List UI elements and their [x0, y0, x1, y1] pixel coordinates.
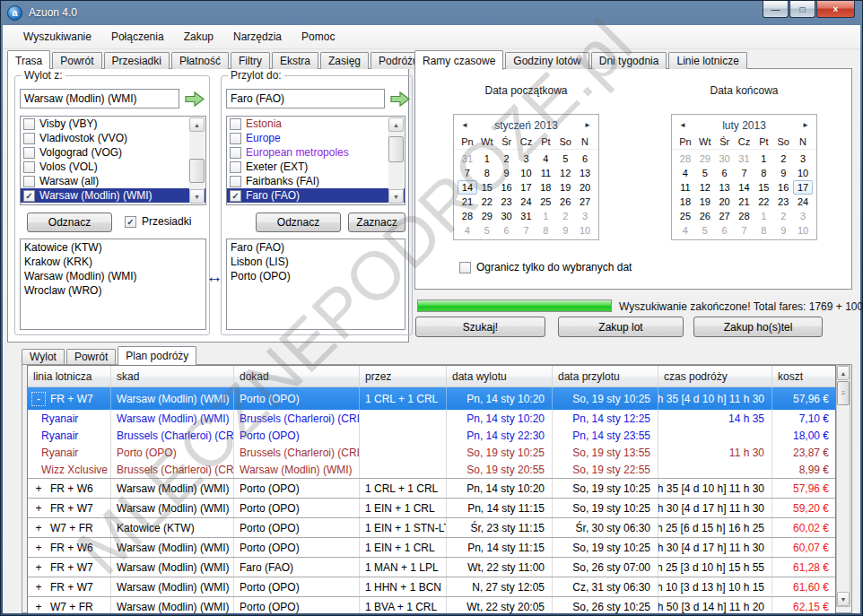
- flight-row[interactable]: +FR + W7Warsaw (Modlin) (WMI)Faro (FAO)1…: [28, 557, 835, 577]
- flight-row[interactable]: +FR + W7Warsaw (Modlin) (WMI)Porto (OPO)…: [28, 498, 835, 517]
- calendar-day[interactable]: 1: [754, 152, 773, 166]
- flight-row[interactable]: RyanairBrussels (Charleroi) (CRL)Porto (…: [28, 427, 835, 444]
- calendar-day[interactable]: 15: [477, 180, 497, 195]
- calendar-day[interactable]: 8: [754, 166, 773, 180]
- calendar-day[interactable]: 3: [793, 152, 813, 166]
- column-header-czas-podróży[interactable]: czas podróży: [658, 366, 772, 386]
- calendar-day[interactable]: 7: [517, 223, 536, 238]
- checkbox-icon[interactable]: ✓: [230, 190, 241, 202]
- calendar-day[interactable]: 2: [555, 209, 575, 223]
- calendar-day[interactable]: 1: [536, 209, 555, 223]
- calendar-day[interactable]: 26: [695, 209, 715, 223]
- tab-płatność[interactable]: Płatność: [171, 52, 229, 69]
- calendar-day[interactable]: 26: [555, 195, 575, 209]
- buy-flight-button[interactable]: Zakup lot: [558, 317, 684, 337]
- calendar-day[interactable]: 6: [715, 166, 735, 180]
- start-date-calendar[interactable]: ◄ styczeń 2013 ► PnWtŚrCzPtSoN 311234567…: [453, 114, 599, 240]
- destination-list-item[interactable]: ✓Faro (FAO): [227, 188, 405, 203]
- calendar-day[interactable]: 28: [676, 152, 695, 166]
- scroll-down-icon[interactable]: ▼: [189, 189, 205, 204]
- calendar-day[interactable]: 5: [477, 223, 497, 238]
- calendar-day[interactable]: 6: [575, 152, 595, 166]
- destination-list-item[interactable]: Estonia: [227, 117, 405, 131]
- row-expander-icon[interactable]: +: [31, 542, 46, 554]
- origin-list-item[interactable]: Volgograd (VOG): [21, 145, 205, 160]
- calendar-day[interactable]: 10: [575, 223, 595, 238]
- calendar-day[interactable]: 14: [458, 180, 477, 195]
- row-expander-icon[interactable]: +: [31, 522, 46, 534]
- destination-list-item[interactable]: European metropoles: [227, 145, 405, 160]
- destination-list-scrollbar[interactable]: ▲ ▼: [388, 117, 404, 204]
- calendar-day[interactable]: 20: [715, 195, 735, 209]
- calendar-day[interactable]: 13: [575, 166, 595, 180]
- calendar-day[interactable]: 9: [497, 166, 517, 180]
- row-expander-icon[interactable]: -: [31, 392, 46, 406]
- calendar-day[interactable]: 19: [695, 195, 715, 209]
- column-header-koszt[interactable]: koszt: [772, 366, 836, 386]
- origin-input[interactable]: [20, 89, 179, 108]
- tab-ramy-czasowe[interactable]: Ramy czasowe: [414, 50, 503, 70]
- next-month-icon[interactable]: ►: [802, 121, 809, 129]
- calendar-day[interactable]: 2: [497, 152, 517, 166]
- menu-wyszukiwanie[interactable]: Wyszukiwanie: [13, 27, 101, 47]
- calendar-day[interactable]: 22: [754, 195, 773, 209]
- calendar-day[interactable]: 5: [695, 166, 715, 180]
- next-month-icon[interactable]: ►: [584, 121, 591, 129]
- calendar-day[interactable]: 2: [773, 209, 793, 223]
- calendar-day[interactable]: 10: [517, 166, 536, 180]
- calendar-day[interactable]: 3: [575, 209, 595, 223]
- origin-list-item[interactable]: Vladivostok (VVO): [21, 131, 205, 145]
- scroll-up-icon[interactable]: ▲: [388, 117, 404, 132]
- prev-month-icon[interactable]: ◄: [461, 121, 468, 129]
- tab-plan-podróży[interactable]: Plan podróży: [118, 346, 196, 365]
- calendar-day[interactable]: 5: [695, 223, 715, 238]
- origin-go-arrow-icon[interactable]: [184, 90, 206, 108]
- calendar-day[interactable]: 8: [536, 223, 555, 238]
- tab-powrót[interactable]: Powrót: [66, 349, 116, 364]
- calendar-day[interactable]: 31: [517, 209, 536, 223]
- calendar-day[interactable]: 4: [676, 166, 695, 180]
- origin-summary-list[interactable]: Katowice (KTW)Krakow (KRK)Warsaw (Modlin…: [20, 239, 206, 330]
- calendar-day[interactable]: 3: [517, 152, 536, 166]
- calendar-day[interactable]: 8: [477, 166, 497, 180]
- checkbox-icon[interactable]: [23, 118, 35, 130]
- calendar-day[interactable]: 8: [754, 223, 773, 238]
- minimize-button[interactable]: —: [763, 1, 789, 18]
- calendar-month-title[interactable]: styczeń 2013: [494, 119, 558, 132]
- calendar-day[interactable]: 9: [773, 166, 793, 180]
- column-header-dokad[interactable]: dokad: [234, 366, 360, 386]
- checkbox-icon[interactable]: [230, 147, 241, 159]
- calendar-day[interactable]: 17: [793, 180, 813, 195]
- scrollbar-thumb[interactable]: ≡: [837, 381, 850, 405]
- prev-month-icon[interactable]: ◄: [679, 121, 686, 129]
- calendar-day[interactable]: 31: [458, 152, 477, 166]
- flight-row[interactable]: +W7 + FRKatowice (KTW)Porto (OPO)1 EIN +…: [28, 517, 835, 537]
- menu-pomoc[interactable]: Pomoc: [292, 27, 344, 47]
- end-date-calendar[interactable]: ◄ luty 2013 ► PnWtŚrCzPtSoN 282930311234…: [671, 114, 817, 240]
- destination-input[interactable]: [226, 89, 385, 108]
- calendar-day[interactable]: 12: [555, 166, 575, 180]
- row-expander-icon[interactable]: +: [31, 561, 46, 574]
- calendar-day[interactable]: 11: [536, 166, 555, 180]
- destination-list-item[interactable]: Exeter (EXT): [227, 160, 405, 174]
- calendar-day[interactable]: 9: [555, 223, 575, 238]
- calendar-day[interactable]: 23: [497, 195, 517, 209]
- origin-list-item[interactable]: Visby (VBY): [21, 117, 205, 131]
- calendar-day[interactable]: 1: [754, 209, 773, 223]
- calendar-day[interactable]: 18: [536, 180, 555, 195]
- calendar-day[interactable]: 17: [517, 180, 536, 195]
- checkbox-icon[interactable]: [23, 147, 35, 159]
- calendar-day[interactable]: 28: [735, 209, 754, 223]
- flight-row[interactable]: RyanairPorto (OPO)Brussels (Charleroi) (…: [28, 444, 835, 461]
- calendar-day[interactable]: 5: [555, 152, 575, 166]
- limit-dates-checkbox[interactable]: [459, 262, 471, 273]
- calendar-day[interactable]: 7: [735, 166, 754, 180]
- menu-zakup[interactable]: Zakup: [174, 27, 223, 47]
- destination-select-button[interactable]: Zaznacz: [348, 213, 405, 232]
- column-header-przez[interactable]: przez: [360, 366, 447, 386]
- calendar-day[interactable]: 30: [497, 209, 517, 223]
- origin-list-scrollbar[interactable]: ▲ ▼: [189, 117, 205, 204]
- calendar-day[interactable]: 1: [477, 152, 497, 166]
- tab-wylot[interactable]: Wylot: [22, 349, 65, 364]
- scroll-down-icon[interactable]: ▼: [837, 592, 850, 606]
